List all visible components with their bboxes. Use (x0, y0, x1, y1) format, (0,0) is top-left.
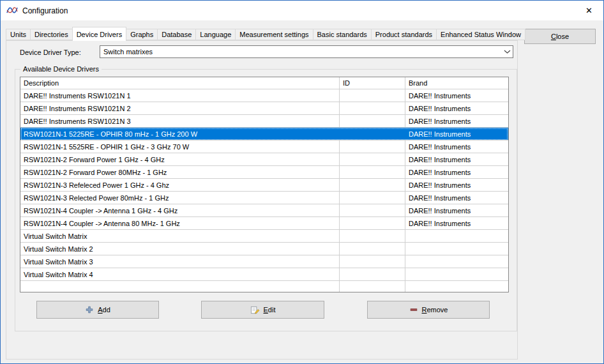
tab-strip: UnitsDirectoriesDevice DriversGraphsData… (6, 27, 525, 41)
cell-description: Virtual Switch Matrix (20, 230, 340, 242)
combo-selected-value: Switch matrixes (103, 48, 153, 56)
cell-brand (405, 255, 508, 268)
cell-id (340, 192, 405, 204)
remove-button[interactable]: Remove (367, 301, 490, 319)
cell-brand (405, 243, 508, 255)
titlebar: Configuration ✕ (1, 1, 603, 20)
table-filler-cell (405, 281, 508, 292)
cell-id (340, 102, 405, 114)
cell-description: RSW1021N-2 Forward Power 1 GHz - 4 GHz (20, 153, 340, 165)
tab-product-standards[interactable]: Product standards (371, 29, 437, 40)
table-row[interactable]: RSW1021N-4 Coupler -> Antenna 1 GHz - 4 … (20, 204, 508, 217)
close-button[interactable]: Close (524, 29, 596, 44)
table-row[interactable]: Virtual Switch Matrix 2 (20, 243, 508, 255)
cell-id (340, 179, 405, 191)
cell-brand: DARE!! Instruments (405, 115, 508, 127)
table-row[interactable]: RSW1021N-3 Relected Power 80mHz - 1 GHzD… (20, 192, 508, 204)
cell-id (340, 166, 405, 178)
cell-id (340, 115, 405, 127)
column-header-description[interactable]: Description (20, 77, 340, 89)
table-filler-cell (340, 281, 405, 292)
add-button[interactable]: Add (36, 301, 159, 319)
cell-description: RSW1021N-3 Relected Power 80mHz - 1 GHz (20, 192, 340, 204)
cell-description: RSW1021N-1 5225RE - OPHIR 80 mHz - 1 GHz… (20, 128, 340, 140)
cell-id (340, 153, 405, 165)
group-title: Available Device Drivers (20, 65, 102, 73)
table-header: Description ID Brand (20, 77, 508, 89)
table-row[interactable]: RSW1021N-2 Forward Power 1 GHz - 4 GHzDA… (20, 153, 508, 166)
tab-graphs[interactable]: Graphs (126, 29, 158, 40)
cell-id (340, 140, 405, 153)
table-row[interactable]: RSW1021N-1 5525RE - OPHIR 1 GHz - 3 GHz … (20, 140, 508, 153)
cell-description: RSW1021N-3 Refeleced Power 1 GHz - 4 Ghz (20, 179, 340, 191)
device-table: Description ID Brand DARE!! Instruments … (20, 77, 509, 292)
cell-brand: DARE!! Instruments (405, 89, 508, 102)
window-close-icon[interactable]: ✕ (575, 1, 603, 20)
tab-basic-standards[interactable]: Basic standards (313, 29, 372, 40)
edit-button[interactable]: Edit (201, 301, 324, 319)
cell-description: RSW1021N-4 Coupler -> Antenna 1 GHz - 4 … (20, 204, 340, 216)
cell-description: Virtual Switch Matrix 2 (20, 243, 340, 255)
cell-brand: DARE!! Instruments (405, 166, 508, 178)
cell-description: RSW1021N-2 Forward Power 80MHz - 1 GHz (20, 166, 340, 178)
cell-id (340, 89, 405, 102)
device-driver-type-label: Device Driver Type: (20, 49, 81, 56)
chevron-down-icon[interactable] (501, 50, 513, 54)
cell-brand: DARE!! Instruments (405, 192, 508, 204)
table-row[interactable]: DARE!! Instruments RSW1021N 3DARE!! Inst… (20, 115, 508, 128)
cell-description: DARE!! Instruments RSW1021N 1 (20, 89, 340, 102)
window-title: Configuration (22, 6, 68, 15)
cell-brand: DARE!! Instruments (405, 102, 508, 114)
cell-id (340, 255, 405, 268)
cell-brand: DARE!! Instruments (405, 128, 508, 140)
cell-brand (405, 230, 508, 242)
table-row[interactable]: RSW1021N-3 Refeleced Power 1 GHz - 4 Ghz… (20, 179, 508, 192)
table-row[interactable]: DARE!! Instruments RSW1021N 1DARE!! Inst… (20, 89, 508, 102)
available-device-drivers-group: Available Device Drivers Description ID … (15, 69, 517, 331)
table-row[interactable]: Virtual Switch Matrix (20, 230, 508, 243)
device-table-body: DARE!! Instruments RSW1021N 1DARE!! Inst… (20, 89, 508, 281)
device-driver-type-select[interactable]: Switch matrixes (100, 45, 513, 58)
cell-description: RSW1021N-1 5525RE - OPHIR 1 GHz - 3 GHz … (20, 140, 340, 153)
edit-button-label: Edit (264, 306, 276, 314)
cell-brand: DARE!! Instruments (405, 204, 508, 216)
column-header-brand[interactable]: Brand (405, 77, 508, 89)
table-row[interactable]: RSW1021N-2 Forward Power 80MHz - 1 GHzDA… (20, 166, 508, 179)
cell-description: DARE!! Instruments RSW1021N 3 (20, 115, 340, 127)
column-header-id[interactable]: ID (340, 77, 405, 89)
table-filler-cell (20, 281, 340, 292)
cell-description: Virtual Switch Matrix 4 (20, 268, 340, 280)
minus-icon (409, 305, 418, 314)
table-row[interactable]: DARE!! Instruments RSW1021N 2DARE!! Inst… (20, 102, 508, 115)
cell-id (340, 268, 405, 280)
table-row[interactable]: Virtual Switch Matrix 3 (20, 255, 508, 268)
cell-brand: DARE!! Instruments (405, 153, 508, 165)
cell-description: Virtual Switch Matrix 3 (20, 255, 340, 268)
cell-brand: DARE!! Instruments (405, 217, 508, 229)
tab-language[interactable]: Language (195, 29, 236, 40)
cell-brand: DARE!! Instruments (405, 179, 508, 191)
tab-measurement-settings[interactable]: Measurement settings (235, 29, 313, 40)
table-row[interactable]: RSW1021N-4 Coupler -> Antenna 80 MHz- 1 … (20, 217, 508, 230)
tab-database[interactable]: Database (157, 29, 196, 40)
remove-button-label: Remove (422, 306, 448, 314)
configuration-dialog: Configuration ✕ UnitsDirectoriesDevice D… (0, 0, 604, 364)
tab-device-drivers[interactable]: Device Drivers (72, 27, 127, 41)
cell-brand: DARE!! Instruments (405, 140, 508, 153)
plus-icon (85, 305, 94, 314)
cell-id (340, 217, 405, 229)
cell-id (340, 204, 405, 216)
cell-description: RSW1021N-4 Coupler -> Antenna 80 MHz- 1 … (20, 217, 340, 229)
cell-brand (405, 268, 508, 280)
tab-directories[interactable]: Directories (30, 29, 73, 40)
add-button-label: Add (98, 306, 110, 314)
edit-pencil-icon (250, 305, 260, 315)
table-row[interactable]: RSW1021N-1 5225RE - OPHIR 80 mHz - 1 GHz… (20, 128, 508, 140)
table-row[interactable]: Virtual Switch Matrix 4 (20, 268, 508, 281)
close-button-label: Close (551, 33, 569, 40)
cell-id (340, 243, 405, 255)
tab-enhanced-status-window[interactable]: Enhanced Status Window (436, 29, 525, 40)
table-filler (20, 281, 508, 292)
app-icon (6, 6, 18, 15)
tab-units[interactable]: Units (6, 29, 31, 40)
